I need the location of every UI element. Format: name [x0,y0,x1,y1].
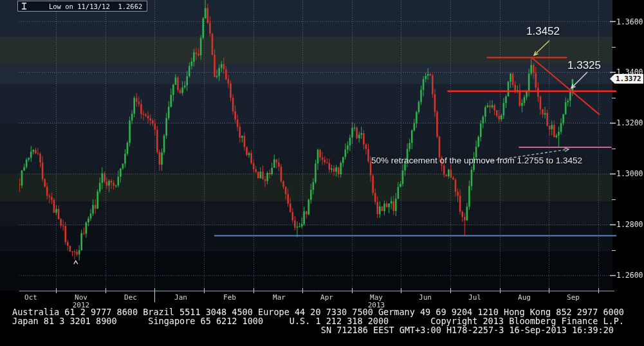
y-tick-label: 1.3200 [616,118,643,127]
y-tick-label: 1.3400 [616,68,643,77]
x-tick-label: Sep [567,293,580,302]
x-tick-label: Feb [223,293,236,302]
x-tick-label: Jun [419,293,432,302]
y-tick-label: 1.2600 [616,271,643,280]
x-tick-label: Oct [24,293,37,302]
bloomberg-chart-screen: Low on 11/13/12 1.2662 1.3452 1.3325 50%… [0,0,644,346]
x-tick-label: Jul [468,293,481,302]
x-tick-label: Apr [320,293,333,302]
y-tick-label: 1.3600 [616,17,643,26]
low-marker-icon [21,0,46,25]
y-tick-label: 1.3000 [616,169,643,178]
x-tick-label: Dec [124,293,137,302]
peak-price-label: 1.3452 [526,25,560,38]
retracement-note: 50% retracement of the upmove from 1.275… [371,156,582,165]
low-annotation-label: Low on 11/13/12 1.2662 [49,3,142,10]
x-tick-label: Aug [518,293,531,302]
y-tick-label: 1.2800 [616,220,643,229]
breakdown-price-label: 1.3325 [567,59,601,72]
footer-session-info: SN 712186 EEST GMT+3:00 H178-2257-3 16-S… [321,325,614,335]
low-annotation-legend[interactable]: Low on 11/13/12 1.2662 [17,1,147,12]
x-tick-label: Mar [273,293,286,302]
x-tick-label: Jan [174,293,187,302]
